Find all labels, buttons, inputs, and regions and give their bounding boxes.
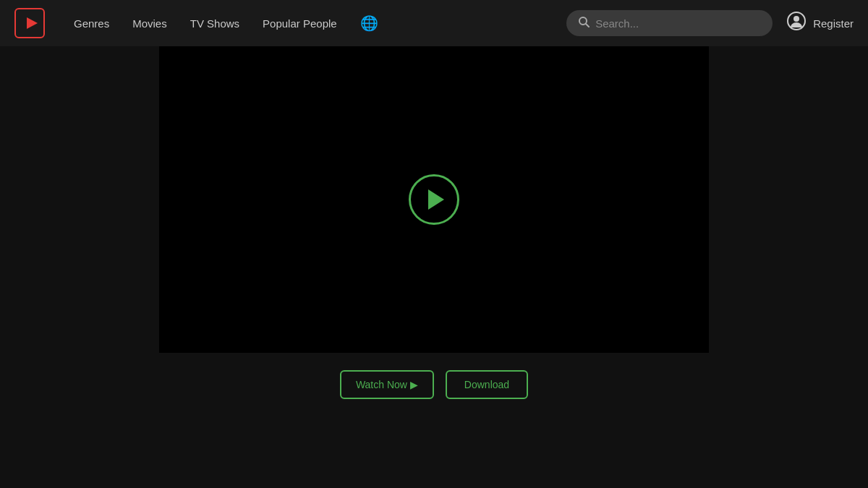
search-bar[interactable] <box>566 10 773 36</box>
nav-item-tv-shows[interactable]: TV Shows <box>190 17 239 30</box>
content-wrapper: Watch Now ▶ Download <box>0 46 868 399</box>
video-container[interactable] <box>159 46 709 353</box>
search-input[interactable] <box>595 17 761 30</box>
globe-icon[interactable]: 🌐 <box>360 14 378 32</box>
play-triangle-icon <box>428 189 444 210</box>
register-label: Register <box>813 17 854 30</box>
svg-line-2 <box>586 24 589 27</box>
download-button[interactable]: Download <box>446 370 528 399</box>
svg-marker-0 <box>27 17 38 29</box>
play-logo-icon <box>22 17 38 29</box>
action-buttons: Watch Now ▶ Download <box>340 370 528 399</box>
play-button[interactable] <box>409 174 459 225</box>
account-icon <box>787 12 806 35</box>
search-icon <box>578 16 590 30</box>
logo-area[interactable] <box>14 8 45 38</box>
nav-links: Genres Movies TV Shows Popular People 🌐 <box>74 14 552 32</box>
download-label: Download <box>464 379 509 390</box>
watch-now-button[interactable]: Watch Now ▶ <box>340 370 434 399</box>
svg-point-4 <box>793 16 799 22</box>
nav-item-popular-people[interactable]: Popular People <box>263 17 337 30</box>
register-area[interactable]: Register <box>787 12 854 35</box>
logo-icon[interactable] <box>14 8 45 38</box>
navbar: Genres Movies TV Shows Popular People 🌐 … <box>0 0 868 46</box>
main-content: Watch Now ▶ Download <box>0 46 868 488</box>
watch-now-label: Watch Now ▶ <box>356 379 418 390</box>
nav-item-movies[interactable]: Movies <box>132 17 167 30</box>
nav-item-genres[interactable]: Genres <box>74 17 109 30</box>
